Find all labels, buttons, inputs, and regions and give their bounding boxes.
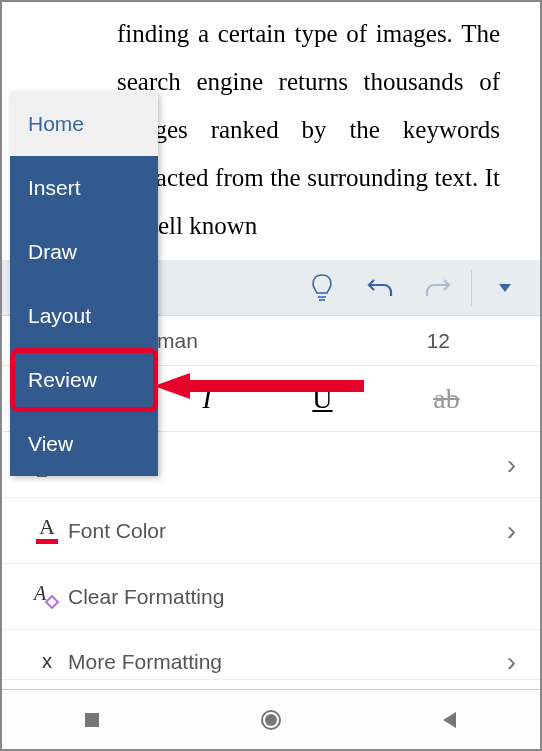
strikethrough-button[interactable]: ab [433,383,459,415]
undo-icon [366,276,394,300]
separator [471,270,472,306]
tab-insert[interactable]: Insert [10,156,158,220]
font-size-value: 12 [427,329,450,353]
font-family-value: man [157,329,198,353]
italic-button[interactable]: I [202,383,211,415]
tab-label: Home [28,112,84,136]
tab-label: Layout [28,304,91,328]
tell-me-button[interactable] [293,260,351,316]
more-formatting-icon: x [26,650,68,673]
undo-button[interactable] [351,260,409,316]
clear-formatting-label: Clear Formatting [68,585,516,609]
nav-recent-button[interactable] [76,704,108,736]
font-color-icon: A [26,517,68,544]
tab-layout[interactable]: Layout [10,284,158,348]
font-color-label: Font Color [68,519,507,543]
clear-formatting-icon: A [26,584,68,610]
redo-icon [424,276,452,300]
tab-view[interactable]: View [10,412,158,476]
redo-button[interactable] [409,260,467,316]
paragraph-text: finding a certain type of images. The se… [117,20,500,239]
tab-label: Insert [28,176,81,200]
triangle-left-icon [440,710,460,730]
tab-label: View [28,432,73,456]
ribbon-tabs-menu: Home Insert Draw Layout Review View [10,92,158,476]
svg-rect-4 [85,713,99,727]
nav-home-button[interactable] [255,704,287,736]
tab-review[interactable]: Review [10,348,158,412]
tab-label: Review [28,368,97,392]
chevron-right-icon: › [507,515,516,547]
tab-draw[interactable]: Draw [10,220,158,284]
more-dropdown[interactable] [476,260,534,316]
square-icon [83,711,101,729]
circle-icon [259,708,283,732]
more-formatting-label: More Formatting [68,650,507,674]
tab-home[interactable]: Home [10,92,158,156]
more-formatting-row[interactable]: x More Formatting › [2,630,540,680]
chevron-right-icon: › [507,449,516,481]
nav-back-button[interactable] [434,704,466,736]
android-nav-bar [2,689,540,749]
tab-label: Draw [28,240,77,264]
chevron-right-icon: › [507,646,516,678]
font-color-row[interactable]: A Font Color › [2,498,540,564]
clear-formatting-row[interactable]: A Clear Formatting [2,564,540,630]
lightbulb-icon [310,273,334,303]
underline-button[interactable]: U [312,383,332,415]
dropdown-triangle-icon [497,282,513,294]
svg-point-6 [265,714,277,726]
